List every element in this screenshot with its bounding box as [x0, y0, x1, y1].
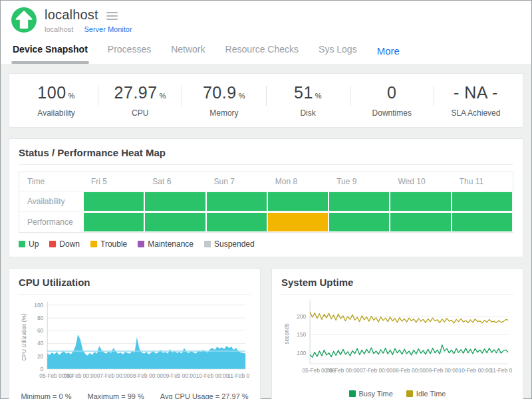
- svg-text:11-Feb 0: 11-Feb 0: [227, 372, 249, 379]
- heatmap-cell-trouble[interactable]: [268, 213, 328, 231]
- stats-bar: 100% Availability 27.97% CPU 70.9% Memor…: [9, 73, 523, 128]
- monitor-status-badge: [11, 7, 37, 33]
- uptime-chart: 100150200seconds05-Feb 00:0006-Feb 00:00…: [281, 299, 513, 384]
- stat-cpu-label: CPU: [98, 108, 182, 118]
- heatmap-day-header: Wed 10: [390, 172, 451, 191]
- stat-cpu-value: 27.97: [114, 83, 158, 102]
- legend-label: Maintenance: [148, 239, 194, 249]
- svg-text:0: 0: [41, 366, 44, 372]
- charts-row: CPU Utilization 020406080100CPU Utilizat…: [9, 268, 523, 399]
- svg-text:200: 200: [297, 313, 306, 320]
- menu-icon[interactable]: [106, 11, 118, 20]
- tab-processes[interactable]: Processes: [106, 41, 152, 64]
- uptime-chart-title: System Uptime: [281, 277, 513, 295]
- stat-availability-label: Availability: [15, 108, 98, 118]
- heatmap-row-label: Performance: [19, 212, 83, 232]
- stat-disk: 51% Disk: [267, 83, 350, 118]
- svg-text:60: 60: [37, 327, 44, 334]
- heatmap-cell-up[interactable]: [84, 213, 144, 231]
- cpu-chart-title: CPU Utilization: [19, 277, 251, 295]
- svg-text:100: 100: [297, 350, 306, 356]
- stat-memory: 70.9% Memory: [182, 83, 265, 118]
- heatmap-cell-up[interactable]: [145, 213, 205, 231]
- tab-resource-checks[interactable]: Resource Checks: [224, 41, 301, 64]
- tab-network[interactable]: Network: [170, 41, 206, 64]
- stat-availability-value: 100: [37, 83, 66, 102]
- uptime-legend: Busy TimeIdle Time: [281, 390, 513, 398]
- heatmap-cell-up[interactable]: [452, 213, 512, 231]
- stat-availability-unit: %: [68, 92, 75, 100]
- cpu-chart: 020406080100CPU Utilization (%)05-Feb 00…: [19, 299, 251, 391]
- heatmap-cell-up[interactable]: [390, 192, 450, 211]
- legend-label: Suspended: [214, 239, 255, 249]
- tab-sys-logs[interactable]: Sys Logs: [317, 41, 358, 64]
- heatmap-row: Performance: [19, 211, 513, 232]
- heatmap-row-label: Availability: [19, 192, 83, 211]
- heatmap-cell-up[interactable]: [390, 213, 450, 231]
- stat-downtimes-value: 0: [387, 83, 396, 102]
- maintenance-legend-swatch: [138, 241, 144, 247]
- svg-text:CPU Utilization (%): CPU Utilization (%): [21, 313, 27, 360]
- heatmap-time-header: Time: [19, 172, 83, 191]
- svg-text:09-Feb 00:00: 09-Feb 00:00: [426, 367, 459, 374]
- tab-more[interactable]: More: [376, 43, 401, 63]
- main-content: 100% Availability 27.97% CPU 70.9% Memor…: [1, 64, 531, 399]
- heatmap-grid: TimeFri 5Sat 6Sun 7Mon 8Tue 9Wed 10Thu 1…: [19, 172, 513, 233]
- stat-cpu-unit: %: [160, 92, 166, 100]
- legend-item-down: Down: [49, 239, 80, 249]
- heatmap-cell-up[interactable]: [452, 192, 512, 211]
- svg-text:seconds: seconds: [283, 323, 290, 344]
- cpu-min: Minimum = 0 %: [21, 392, 71, 399]
- heatmap-cell-up[interactable]: [207, 192, 267, 211]
- up-legend-swatch: [19, 241, 25, 247]
- breadcrumb: localhost Server Monitor: [45, 25, 132, 33]
- heatmap-day-header: Sun 7: [206, 172, 267, 191]
- stat-memory-value: 70.9: [203, 83, 237, 102]
- svg-text:40: 40: [37, 340, 44, 346]
- legend-label: Trouble: [100, 239, 127, 249]
- tab-device-snapshot[interactable]: Device Snapshot: [11, 41, 89, 64]
- uptime-legend-label: Idle Time: [416, 390, 446, 398]
- svg-text:07-Feb 00:00: 07-Feb 00:00: [360, 367, 393, 374]
- down-legend-swatch: [49, 241, 56, 247]
- stat-sla-value: - NA -: [454, 83, 498, 102]
- idle-time-legend-swatch: [406, 390, 413, 397]
- heatmap-cell-up[interactable]: [84, 192, 144, 211]
- stat-disk-label: Disk: [267, 108, 350, 118]
- heatmap-legend: UpDownTroubleMaintenanceSuspended: [19, 239, 513, 249]
- heatmap-day-header: Sat 6: [144, 172, 205, 191]
- cpu-avg: Avg CPU Usage = 27.97 %: [160, 392, 249, 399]
- heatmap-cell-up[interactable]: [329, 213, 389, 231]
- uptime-legend-item: Busy Time: [349, 390, 393, 398]
- cpu-summary: Minimum = 0 % Maximum = 99 % Avg CPU Usa…: [19, 392, 251, 399]
- stat-memory-unit: %: [239, 92, 245, 100]
- breadcrumb-monitor-type-link[interactable]: Server Monitor: [84, 25, 132, 33]
- legend-label: Up: [29, 239, 39, 249]
- uptime-legend-item: Idle Time: [406, 390, 446, 398]
- heatmap-title: Status / Performance Heat Map: [19, 147, 513, 165]
- cpu-area-chart: 020406080100CPU Utilization (%)05-Feb 00…: [19, 299, 251, 391]
- trouble-legend-swatch: [90, 241, 97, 247]
- header: localhost localhost Server Monitor Devic…: [1, 1, 531, 64]
- cpu-max: Maximum = 99 %: [88, 392, 144, 399]
- heatmap-cell-up[interactable]: [145, 192, 205, 211]
- heatmap-cell-up[interactable]: [268, 192, 328, 211]
- svg-text:06-Feb 00:00: 06-Feb 00:00: [327, 367, 360, 374]
- svg-text:07-Feb 00:00: 07-Feb 00:00: [97, 372, 130, 379]
- legend-item-up: Up: [19, 239, 39, 249]
- uptime-legend-label: Busy Time: [359, 390, 393, 398]
- heatmap-cell-up[interactable]: [207, 213, 267, 231]
- heatmap-day-header: Fri 5: [83, 172, 144, 191]
- stat-availability: 100% Availability: [15, 83, 98, 118]
- up-arrow-icon: [11, 7, 37, 33]
- legend-item-suspended: Suspended: [204, 239, 255, 249]
- svg-text:10-Feb 00:00: 10-Feb 00:00: [196, 372, 229, 379]
- tab-bar: Device Snapshot Processes Network Resour…: [11, 41, 521, 64]
- legend-item-maintenance: Maintenance: [138, 239, 194, 249]
- cpu-utilization-card: CPU Utilization 020406080100CPU Utilizat…: [9, 268, 261, 399]
- system-uptime-card: System Uptime 100150200seconds05-Feb 00:…: [271, 268, 523, 399]
- svg-text:100: 100: [34, 302, 43, 309]
- heatmap-cell-up[interactable]: [329, 192, 389, 211]
- stat-cpu: 27.97% CPU: [98, 83, 182, 118]
- stat-sla-label: SLA Achieved: [434, 108, 517, 118]
